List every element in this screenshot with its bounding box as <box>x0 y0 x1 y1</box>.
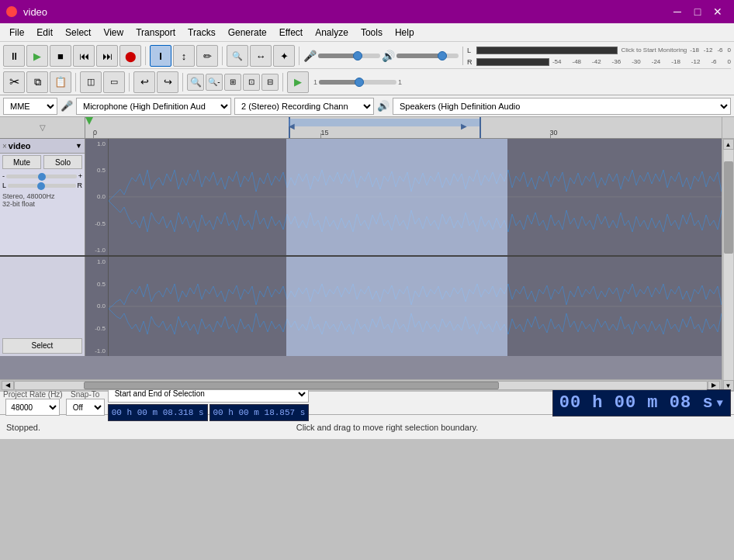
time-display-expand[interactable]: ▼ <box>717 397 724 410</box>
pan-r-label: R <box>78 181 83 189</box>
selection-row: Project Rate (Hz) 48000 Snap-To Off Star… <box>0 391 734 414</box>
track1-pan-row: L R <box>2 181 82 189</box>
selection-ruler-highlight <box>289 119 480 126</box>
track1-close-button[interactable]: × <box>2 142 7 150</box>
ruler-line-0 <box>93 133 94 138</box>
toolbar-sep6 <box>129 73 130 92</box>
track2-controls: Select <box>0 257 85 356</box>
stop-button[interactable]: ■ <box>50 45 71 67</box>
track1-pan-slider[interactable] <box>8 184 75 188</box>
ruler-tick-30: 30 <box>550 129 558 137</box>
pause-button[interactable]: ⏸ <box>3 45 25 67</box>
speaker-device-select[interactable]: Speakers (High Definition Audio <box>393 98 731 115</box>
menu-generate[interactable]: Generate <box>222 24 273 41</box>
track1-name: video <box>9 141 74 150</box>
toolbar-sep1 <box>145 47 146 65</box>
vol-minus-label: - <box>2 172 5 180</box>
menu-tracks[interactable]: Tracks <box>182 24 222 41</box>
hscroll-left-button[interactable]: ◀ <box>2 381 14 390</box>
playback-volume-slider[interactable] <box>396 54 459 58</box>
skip-back-button[interactable]: ⏮ <box>73 45 95 67</box>
play-cursor <box>85 117 93 125</box>
track1-waveform[interactable]: 1.0 0.5 0.0 -0.5 -1.0 <box>85 139 722 255</box>
track2-wave-svg <box>109 257 722 356</box>
track1-vol-pan: - + L R <box>0 171 85 191</box>
cut-button[interactable]: ✂ <box>3 71 25 93</box>
selection-start-input[interactable]: 00 h 00 m 08.318 s <box>108 404 208 421</box>
draw-tool[interactable]: ✏ <box>196 45 218 67</box>
menu-tools[interactable]: Tools <box>355 24 389 41</box>
track1-mute-button[interactable]: Mute <box>2 155 41 169</box>
zoom-in-button[interactable]: 🔍 <box>187 74 204 91</box>
toolbar-sep3 <box>299 47 299 65</box>
vscroll-up-button[interactable]: ▲ <box>723 139 734 150</box>
maximize-button[interactable]: □ <box>687 2 708 22</box>
toolbar-sep5 <box>75 73 76 92</box>
time-inputs: 00 h 00 m 08.318 s 00 h 00 m 18.857 s <box>108 404 310 421</box>
paste-button[interactable]: 📋 <box>50 71 71 93</box>
speaker-device-icon: 🔊 <box>377 100 390 112</box>
mic-volume-slider[interactable] <box>318 54 380 58</box>
track2-select-button[interactable]: Select <box>2 338 82 354</box>
timeline-ruler[interactable]: 0 15 30 ◀ ▶ <box>85 117 722 139</box>
status-hint: Click and drag to move right selection b… <box>47 423 728 432</box>
play-at-speed-button[interactable]: ▶ <box>287 71 309 93</box>
timeshift-tool[interactable]: ↔ <box>250 45 272 67</box>
menu-edit[interactable]: Edit <box>30 24 59 41</box>
vscroll-thumb[interactable] <box>724 161 733 254</box>
undo-button[interactable]: ↩ <box>133 71 155 93</box>
skip-forward-button[interactable]: ⏭ <box>96 45 118 67</box>
menu-view[interactable]: View <box>97 24 130 41</box>
speed-slider[interactable] <box>319 80 396 85</box>
ruler-line-30 <box>550 133 551 138</box>
mic-device-icon: 🎤 <box>61 100 73 112</box>
zoom-fit-button[interactable]: ⊡ <box>243 74 260 91</box>
zoom-tool[interactable]: 🔍 <box>227 45 248 67</box>
mic-device-select[interactable]: Microphone (High Definition Aud <box>76 98 231 115</box>
vscroll-track[interactable] <box>724 150 733 380</box>
status-text: Stopped. <box>6 423 40 432</box>
menu-file[interactable]: File <box>3 24 30 41</box>
channels-select[interactable]: 2 (Stereo) Recording Chann <box>234 98 374 115</box>
track1: × video ▼ Mute Solo - + <box>0 139 722 257</box>
track2-select-area: Select <box>0 336 85 356</box>
record-button[interactable]: ⬤ <box>119 45 141 67</box>
redo-button[interactable]: ↪ <box>157 71 178 93</box>
track1-arrow[interactable]: ▼ <box>75 142 82 150</box>
selection-tool[interactable]: I <box>150 45 171 67</box>
minimize-button[interactable]: ─ <box>667 2 687 22</box>
silence-button[interactable]: ▭ <box>103 71 125 93</box>
app-title: video <box>23 6 667 18</box>
track1-info: Stereo, 48000Hz 32-bit float <box>0 191 85 209</box>
selection-end-input[interactable]: 00 h 00 m 18.857 s <box>209 404 310 421</box>
toolbar-sep7 <box>182 73 183 92</box>
hscroll-track[interactable] <box>14 381 708 390</box>
vscroll: ▲ ▼ <box>722 139 734 391</box>
multi-tool[interactable]: ✦ <box>273 45 295 67</box>
titlebar: video ─ □ ✕ <box>0 0 734 23</box>
menubar: File Edit Select View Transport Tracks G… <box>0 23 734 42</box>
menu-effect[interactable]: Effect <box>273 24 309 41</box>
envelope-tool[interactable]: ↕ <box>173 45 195 67</box>
zoom-reset-button[interactable]: ⊟ <box>261 74 279 91</box>
menu-analyze[interactable]: Analyze <box>309 24 355 41</box>
menu-select[interactable]: Select <box>59 24 97 41</box>
close-button[interactable]: ✕ <box>708 2 728 22</box>
ruler-left-pad: ▽ <box>0 117 85 139</box>
zoom-out-button[interactable]: 🔍- <box>206 74 223 91</box>
menu-help[interactable]: Help <box>389 24 421 41</box>
host-select[interactable]: MME <box>3 98 57 115</box>
zoom-selection-button[interactable]: ⊞ <box>224 74 241 91</box>
copy-button[interactable]: ⧉ <box>26 71 48 93</box>
track1-solo-button[interactable]: Solo <box>43 155 82 169</box>
track1-vol-slider[interactable] <box>6 175 77 178</box>
track2-waveform[interactable]: 1.0 0.5 0.0 -0.5 -1.0 <box>85 257 722 356</box>
menu-transport[interactable]: Transport <box>130 24 182 41</box>
trim-button[interactable]: ◫ <box>80 71 102 93</box>
hscroll-thumb[interactable] <box>84 382 499 389</box>
ruler-container: ▽ 0 15 30 ◀ ▶ <box>0 117 734 139</box>
snap-select[interactable]: Off <box>66 399 105 416</box>
play-button[interactable]: ▶ <box>26 45 48 67</box>
app-icon <box>6 6 17 17</box>
project-rate-select[interactable]: 48000 <box>5 399 60 416</box>
